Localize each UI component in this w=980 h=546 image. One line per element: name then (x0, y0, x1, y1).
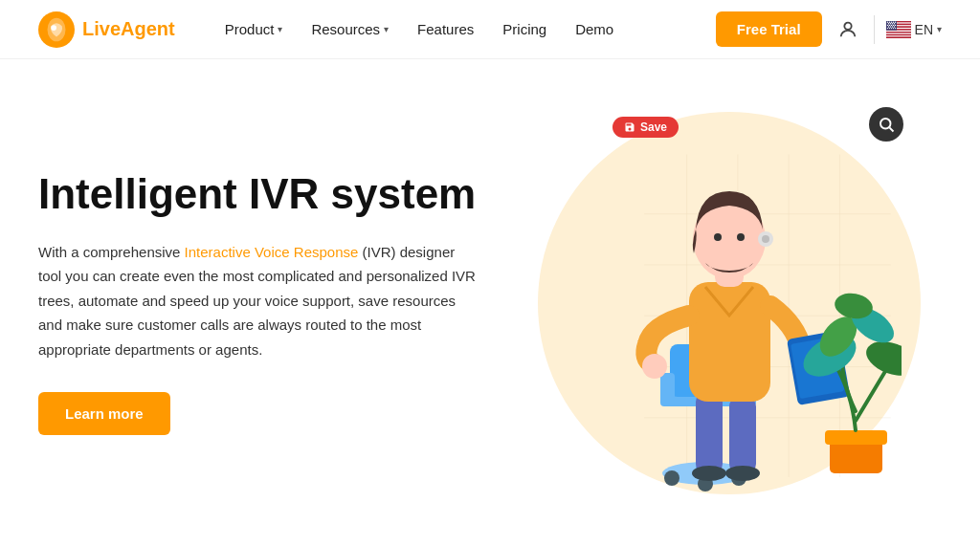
svg-point-2 (51, 25, 56, 31)
svg-line-42 (889, 127, 893, 131)
hero-left: Intelligent IVR system With a comprehens… (38, 170, 517, 435)
hero-description: With a comprehensive Interactive Voice R… (38, 240, 479, 362)
svg-point-26 (893, 23, 894, 24)
flag-icon (886, 21, 911, 38)
svg-point-22 (894, 21, 895, 22)
svg-point-36 (886, 27, 887, 28)
svg-rect-76 (825, 430, 887, 445)
navbar: LiveAgent Product ▾ Resources ▾ Features… (0, 0, 980, 59)
svg-point-24 (889, 23, 890, 24)
svg-point-40 (894, 27, 895, 28)
user-icon[interactable] (834, 15, 862, 44)
nav-item-features[interactable]: Features (406, 13, 485, 45)
hero-section: Intelligent IVR system With a comprehens… (0, 59, 980, 546)
svg-point-63 (692, 466, 726, 481)
svg-point-23 (887, 23, 888, 24)
magnify-icon (878, 116, 895, 133)
svg-point-64 (725, 466, 760, 481)
ivr-link[interactable]: Interactive Voice Response (185, 244, 359, 260)
svg-rect-59 (660, 373, 675, 406)
save-badge[interactable]: Save (612, 117, 679, 138)
nav-item-pricing[interactable]: Pricing (491, 13, 558, 45)
save-icon (624, 121, 635, 133)
svg-point-35 (893, 26, 894, 27)
learn-more-button[interactable]: Learn more (38, 392, 170, 435)
lang-code: EN (915, 22, 933, 37)
svg-rect-12 (886, 32, 911, 33)
svg-point-31 (894, 24, 895, 25)
svg-point-30 (892, 24, 893, 25)
nav-item-demo[interactable]: Demo (564, 13, 625, 45)
svg-rect-15 (886, 35, 911, 36)
svg-point-37 (888, 27, 889, 28)
svg-rect-14 (886, 33, 911, 34)
svg-rect-62 (729, 397, 756, 473)
svg-point-19 (888, 21, 889, 22)
lang-selector[interactable]: EN ▾ (886, 21, 942, 38)
logo[interactable]: LiveAgent (38, 11, 175, 48)
hero-illustration (557, 96, 902, 511)
svg-point-21 (892, 21, 893, 22)
svg-point-20 (890, 21, 891, 22)
hero-title: Intelligent IVR system (38, 170, 517, 219)
svg-rect-11 (886, 30, 911, 31)
nav-right: Free Trial (716, 11, 942, 47)
logo-text: LiveAgent (82, 18, 175, 40)
free-trial-button[interactable]: Free Trial (716, 11, 822, 47)
lang-chevron-icon: ▾ (937, 24, 942, 34)
svg-point-28 (888, 24, 889, 25)
svg-point-27 (886, 24, 887, 25)
nav-divider (874, 15, 875, 44)
logo-icon (38, 11, 75, 48)
svg-point-3 (844, 22, 851, 29)
svg-rect-61 (696, 392, 723, 473)
svg-point-41 (880, 119, 891, 129)
svg-rect-13 (886, 33, 911, 33)
svg-rect-65 (689, 282, 770, 402)
svg-point-32 (887, 26, 888, 27)
svg-point-71 (714, 233, 722, 241)
svg-point-29 (890, 24, 891, 25)
svg-point-38 (890, 27, 891, 28)
scan-icon[interactable] (869, 107, 903, 142)
svg-point-39 (892, 27, 893, 28)
svg-rect-16 (886, 36, 911, 37)
nav-links: Product ▾ Resources ▾ Features Pricing D… (213, 13, 716, 45)
chevron-down-icon: ▾ (278, 24, 282, 34)
svg-point-34 (891, 26, 892, 27)
nav-item-resources[interactable]: Resources ▾ (300, 13, 400, 45)
svg-point-54 (664, 470, 679, 486)
svg-point-18 (886, 21, 887, 22)
svg-point-33 (889, 26, 890, 27)
svg-point-72 (737, 233, 745, 241)
svg-point-66 (642, 354, 667, 379)
hero-right: Save (517, 59, 942, 546)
ivr-illustration (557, 96, 902, 507)
svg-point-25 (891, 23, 892, 24)
nav-item-product[interactable]: Product ▾ (213, 13, 295, 45)
svg-point-74 (762, 235, 769, 243)
chevron-down-icon: ▾ (384, 24, 389, 34)
